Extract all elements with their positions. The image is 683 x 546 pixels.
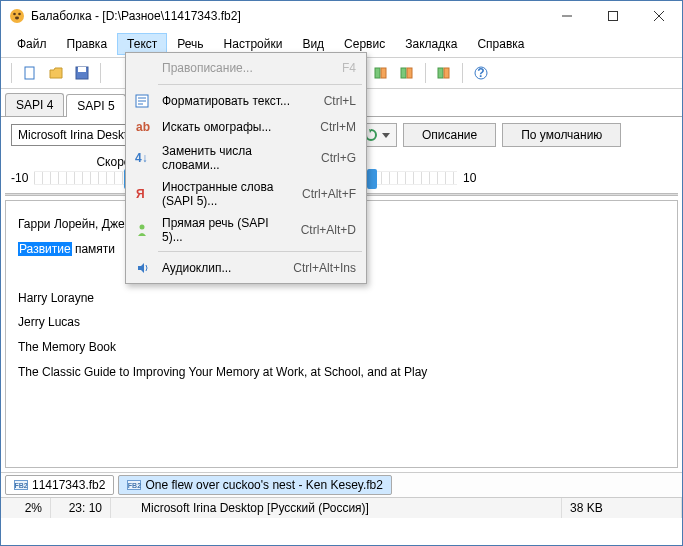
svg-rect-15 <box>438 68 443 78</box>
status-bar: 2% 23: 10 Microsoft Irina Desktop [Русск… <box>1 497 682 518</box>
maximize-button[interactable] <box>590 1 636 31</box>
numbers-icon: 4↓ <box>132 149 152 167</box>
menu-bookmark[interactable]: Закладка <box>395 33 467 55</box>
chevron-down-icon <box>382 133 390 138</box>
book-b-button[interactable] <box>395 62 419 84</box>
text-menu-dropdown: Правописание... F4 Форматировать текст..… <box>125 52 367 284</box>
doc-tab[interactable]: FB2 11417343.fb2 <box>5 475 114 495</box>
svg-point-26 <box>140 225 145 230</box>
status-percent: 2% <box>1 498 51 518</box>
book-a-button[interactable] <box>369 62 393 84</box>
homograph-icon: ab <box>132 118 152 136</box>
save-file-button[interactable] <box>70 62 94 84</box>
svg-text:ab: ab <box>136 120 150 134</box>
text-line: Jerry Lucas <box>18 313 665 332</box>
doc-tab-label: One flew over cuckoo's nest - Ken Kesey.… <box>145 478 383 492</box>
tab-sapi4[interactable]: SAPI 4 <box>5 93 64 116</box>
svg-point-2 <box>18 13 21 16</box>
svg-rect-16 <box>444 68 449 78</box>
speed2-max: 10 <box>463 171 476 185</box>
menu-foreign-words[interactable]: Я Иностранные слова (SAPI 5)... Ctrl+Alt… <box>128 176 364 212</box>
text-line: Harry Lorayne <box>18 289 665 308</box>
fb2-icon: FB2 <box>127 480 141 490</box>
toolbar-separator <box>100 63 101 83</box>
document-tabs: FB2 11417343.fb2 FB2 One flew over cucko… <box>1 472 682 497</box>
text-line: The Memory Book <box>18 338 665 357</box>
close-button[interactable] <box>636 1 682 31</box>
menu-file[interactable]: Файл <box>7 33 57 55</box>
menu-homographs[interactable]: ab Искать омографы... Ctrl+M <box>128 114 364 140</box>
menu-format-text[interactable]: Форматировать текст... Ctrl+L <box>128 88 364 114</box>
toolbar-separator <box>11 63 12 83</box>
menu-edit[interactable]: Правка <box>57 33 118 55</box>
svg-rect-11 <box>375 68 380 78</box>
toolbar-separator <box>425 63 426 83</box>
open-file-button[interactable] <box>44 62 68 84</box>
svg-text:Я: Я <box>136 187 145 201</box>
svg-text:4↓: 4↓ <box>135 151 148 165</box>
menu-separator <box>158 251 362 252</box>
menu-spellcheck[interactable]: Правописание... F4 <box>128 55 364 81</box>
foreign-icon: Я <box>132 185 152 203</box>
menu-separator <box>158 84 362 85</box>
svg-rect-10 <box>78 67 86 72</box>
svg-point-1 <box>13 13 16 16</box>
status-voice: Microsoft Irina Desktop [Русский (Россия… <box>111 498 562 518</box>
menu-help[interactable]: Справка <box>467 33 534 55</box>
doc-tab-label: 11417343.fb2 <box>32 478 105 492</box>
describe-button[interactable]: Описание <box>403 123 496 147</box>
svg-rect-13 <box>401 68 406 78</box>
app-icon <box>9 8 25 24</box>
svg-rect-5 <box>609 12 618 21</box>
book-c-button[interactable] <box>432 62 456 84</box>
format-icon <box>132 92 152 110</box>
toolbar-separator <box>462 63 463 83</box>
selected-text: Развитие <box>18 242 72 256</box>
menu-audioclip[interactable]: Аудиоклип... Ctrl+Alt+Ins <box>128 255 364 281</box>
svg-point-3 <box>15 17 19 20</box>
window-title: Балаболка - [D:\Разное\11417343.fb2] <box>31 9 544 23</box>
speech-icon <box>132 221 152 239</box>
svg-rect-12 <box>381 68 386 78</box>
svg-text:?: ? <box>477 66 484 80</box>
audioclip-icon <box>132 259 152 277</box>
speed-min: -10 <box>11 171 28 185</box>
svg-rect-14 <box>407 68 412 78</box>
spellcheck-icon <box>132 59 152 77</box>
title-bar: Балаболка - [D:\Разное\11417343.fb2] <box>1 1 682 31</box>
menu-numbers-to-words[interactable]: 4↓ Заменить числа словами... Ctrl+G <box>128 140 364 176</box>
menu-direct-speech[interactable]: Прямая речь (SAPI 5)... Ctrl+Alt+D <box>128 212 364 248</box>
help-button[interactable]: ? <box>469 62 493 84</box>
minimize-button[interactable] <box>544 1 590 31</box>
status-position: 23: 10 <box>51 498 111 518</box>
text-line: The Classic Guide to Improving Your Memo… <box>18 363 665 382</box>
status-size: 38 KB <box>562 498 682 518</box>
new-file-button[interactable] <box>18 62 42 84</box>
tab-sapi5[interactable]: SAPI 5 <box>66 94 125 117</box>
doc-tab[interactable]: FB2 One flew over cuckoo's nest - Ken Ke… <box>118 475 392 495</box>
svg-rect-8 <box>25 67 34 79</box>
svg-point-0 <box>10 9 24 23</box>
fb2-icon: FB2 <box>14 480 28 490</box>
default-button[interactable]: По умолчанию <box>502 123 621 147</box>
